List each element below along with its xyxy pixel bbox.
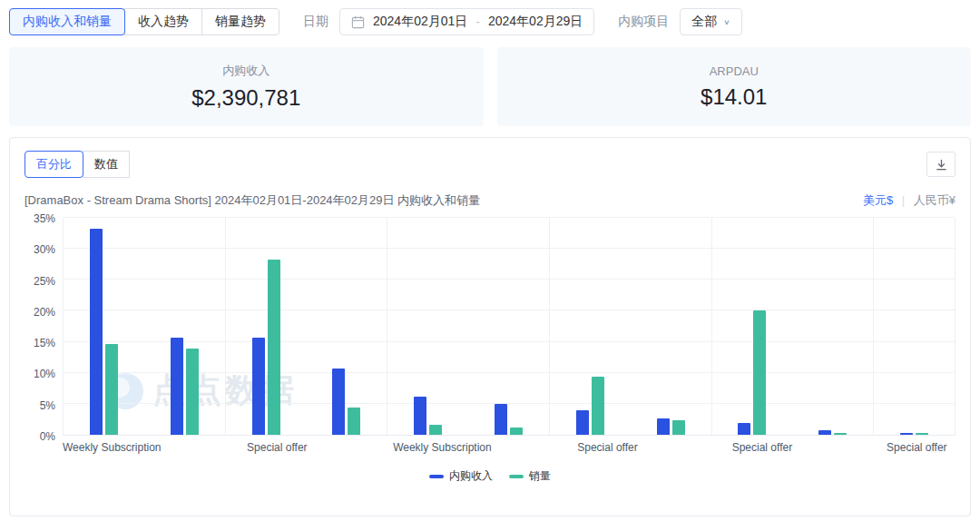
currency-toggle: 美元$ | 人民币¥ — [863, 192, 956, 209]
y-tick-label: 35% — [34, 212, 55, 225]
bar-内购收入[interactable] — [414, 397, 426, 435]
y-tick-label: 5% — [40, 399, 55, 412]
tab-sales-trend[interactable]: 销量趋势 — [201, 8, 279, 35]
chart-mode-row: 百分比 数值 — [24, 151, 956, 178]
y-tick-label: 10% — [34, 368, 55, 380]
legend-swatch-icon — [509, 475, 524, 478]
bar-销量[interactable] — [429, 425, 442, 435]
x-tick-label: Weekly Subscription — [393, 441, 492, 454]
y-tick-label: 30% — [34, 243, 55, 256]
top-toolbar: 内购收入和销量 收入趋势 销量趋势 日期 2024年02月01日 - 2024年… — [0, 0, 980, 35]
x-tick-label — [316, 441, 393, 454]
currency-divider: | — [902, 193, 905, 207]
bar-销量[interactable] — [592, 377, 604, 435]
bar-group — [144, 218, 226, 435]
legend-label: 内购收入 — [449, 468, 493, 484]
bar-销量[interactable] — [348, 408, 360, 435]
bar-group — [468, 218, 550, 435]
date-start: 2024年02月01日 — [373, 14, 467, 30]
chart-title-row: [DramaBox - Stream Drama Shorts] 2024年02… — [24, 192, 956, 209]
x-axis-labels: Weekly SubscriptionSpecial offerWeekly S… — [63, 441, 956, 454]
tab-iap-revenue-sales[interactable]: 内购收入和销量 — [9, 8, 125, 35]
download-button[interactable] — [926, 152, 956, 177]
chart-card: 百分比 数值 [DramaBox - Stream Drama Shorts] … — [9, 137, 971, 516]
legend-label: 销量 — [529, 468, 551, 484]
chart-title: [DramaBox - Stream Drama Shorts] 2024年02… — [24, 192, 480, 209]
bar-销量[interactable] — [753, 310, 766, 435]
stat-value: $14.01 — [701, 84, 767, 110]
y-tick-label: 0% — [40, 430, 55, 443]
x-tick-label: Special offer — [878, 441, 956, 454]
bar-group — [792, 218, 874, 435]
currency-cny[interactable]: 人民币¥ — [914, 193, 956, 207]
tab-revenue-trend[interactable]: 收入趋势 — [124, 8, 202, 35]
bar-groups — [64, 218, 955, 435]
bar-group — [550, 218, 631, 435]
y-tick-label: 15% — [34, 337, 55, 349]
bar-内购收入[interactable] — [90, 229, 103, 435]
bar-内购收入[interactable] — [576, 410, 589, 435]
iap-filter-label: 内购项目 — [618, 14, 669, 30]
bar-group — [226, 218, 307, 435]
bar-内购收入[interactable] — [818, 430, 831, 435]
bar-内购收入[interactable] — [252, 338, 265, 435]
chevron-down-icon: ∨ — [723, 18, 730, 26]
download-icon — [935, 158, 948, 172]
x-tick-label — [492, 441, 569, 454]
stat-card-iap-revenue: 内购收入 $2,390,781 — [9, 47, 484, 126]
bar-内购收入[interactable] — [171, 338, 183, 435]
bar-销量[interactable] — [672, 420, 685, 435]
stat-label: 内购收入 — [222, 63, 270, 79]
date-separator: - — [475, 15, 480, 29]
date-range-picker[interactable]: 2024年02月01日 - 2024年02月29日 — [339, 8, 594, 35]
bar-内购收入[interactable] — [900, 433, 913, 435]
stat-label: ARPDAU — [710, 64, 759, 78]
bar-group — [64, 218, 144, 435]
x-tick-label — [162, 441, 239, 454]
stat-cards-row: 内购收入 $2,390,781 ARPDAU $14.01 — [0, 35, 980, 126]
x-tick-label: Special offer — [723, 441, 800, 454]
bar-销量[interactable] — [186, 349, 199, 435]
stat-value: $2,390,781 — [191, 85, 300, 111]
legend-swatch-icon — [429, 475, 444, 478]
x-tick-label — [646, 441, 723, 454]
plot-area: 点点数据 — [63, 218, 956, 436]
bar-内购收入[interactable] — [495, 404, 507, 435]
bar-chart: 0%5%10%15%20%25%30%35% 点点数据 — [24, 218, 956, 436]
x-tick-label — [801, 441, 878, 454]
bar-group — [306, 218, 387, 435]
x-tick-label: Weekly Subscription — [63, 441, 162, 454]
report-tabs: 内购收入和销量 收入趋势 销量趋势 — [9, 8, 279, 35]
bar-group — [631, 218, 712, 435]
bar-销量[interactable] — [105, 344, 118, 435]
date-end: 2024年02月29日 — [488, 14, 583, 30]
bar-销量[interactable] — [834, 433, 847, 435]
toggle-value[interactable]: 数值 — [83, 151, 130, 178]
bar-group — [712, 218, 793, 435]
x-tick-label: Special offer — [569, 441, 646, 454]
date-label: 日期 — [303, 14, 328, 30]
x-tick-label: Special offer — [239, 441, 316, 454]
legend-item-销量[interactable]: 销量 — [509, 468, 551, 484]
iap-filter-dropdown[interactable]: 全部 ∨ — [680, 8, 741, 35]
bar-销量[interactable] — [268, 260, 280, 435]
stat-card-arpdau: ARPDAU $14.01 — [497, 47, 972, 126]
bar-内购收入[interactable] — [657, 418, 670, 435]
y-tick-label: 25% — [34, 275, 55, 288]
y-tick-label: 20% — [34, 306, 55, 319]
bar-group — [387, 218, 468, 435]
bar-内购收入[interactable] — [738, 423, 750, 435]
toggle-percent[interactable]: 百分比 — [24, 151, 83, 178]
legend-item-内购收入[interactable]: 内购收入 — [429, 468, 493, 484]
bar-内购收入[interactable] — [332, 369, 345, 435]
calendar-icon — [351, 15, 365, 29]
bar-group — [874, 218, 955, 435]
bar-销量[interactable] — [916, 433, 928, 435]
currency-usd[interactable]: 美元$ — [863, 193, 893, 207]
chart-legend: 内购收入销量 — [24, 468, 956, 484]
y-axis: 0%5%10%15%20%25%30%35% — [24, 218, 63, 436]
iap-filter-value: 全部 — [691, 14, 717, 30]
bar-销量[interactable] — [510, 428, 523, 435]
